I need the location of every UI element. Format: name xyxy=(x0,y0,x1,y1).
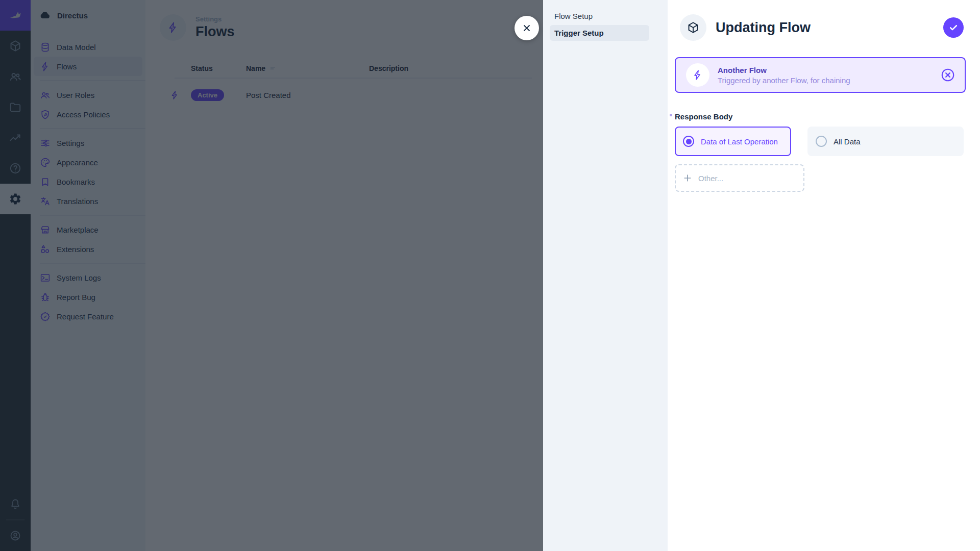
drawer-nav-trigger-setup[interactable]: Trigger Setup xyxy=(550,25,649,41)
trigger-texts: Another Flow Triggered by another Flow, … xyxy=(718,66,940,85)
drawer-nav-flow-setup[interactable]: Flow Setup xyxy=(550,8,649,24)
bolt-icon xyxy=(692,69,703,81)
cancel-circle-icon[interactable] xyxy=(940,67,955,83)
check-icon xyxy=(948,22,959,33)
drawer-close-button[interactable] xyxy=(514,16,539,40)
drawer-navigation: Flow Setup Trigger Setup xyxy=(543,0,668,551)
drawer-header-icon xyxy=(680,14,706,41)
trigger-type-card[interactable]: Another Flow Triggered by another Flow, … xyxy=(675,57,966,93)
response-body-options: Data of Last Operation All Data xyxy=(675,127,964,156)
drawer-title: Updating Flow xyxy=(716,20,943,36)
option-label: All Data xyxy=(834,137,861,146)
option-data-of-last-operation[interactable]: Data of Last Operation xyxy=(675,127,791,156)
directus-app: Directus Data Model Flows User Roles Acc… xyxy=(0,0,980,551)
trigger-subtitle: Triggered by another Flow, for chaining xyxy=(718,76,940,85)
close-icon xyxy=(522,23,532,33)
required-dot xyxy=(670,114,672,116)
field-label-text: Response Body xyxy=(675,112,732,121)
option-label: Data of Last Operation xyxy=(701,137,778,146)
plus-icon xyxy=(682,173,693,183)
response-body-label: Response Body xyxy=(675,112,732,121)
save-button[interactable] xyxy=(943,17,964,38)
trigger-icon-circle xyxy=(686,63,709,87)
drawer-header: Updating Flow xyxy=(680,14,964,41)
cube-icon xyxy=(687,21,700,34)
option-all-data[interactable]: All Data xyxy=(807,127,964,156)
radio-unselected-icon xyxy=(816,136,827,147)
radio-selected-icon xyxy=(683,136,694,147)
other-option-button[interactable]: Other... xyxy=(675,164,804,192)
drawer-overlay[interactable] xyxy=(0,0,543,551)
other-option-label: Other... xyxy=(698,174,723,183)
trigger-title: Another Flow xyxy=(718,66,940,74)
drawer-content: Updating Flow Another Flow Triggered by … xyxy=(668,0,980,551)
